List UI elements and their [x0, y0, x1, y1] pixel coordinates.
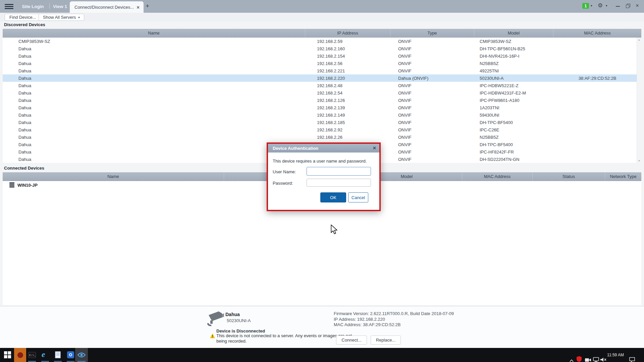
cell-type: ONVIF: [390, 105, 474, 110]
show-all-servers-button[interactable]: Show All Servers ▾: [39, 14, 84, 21]
password-field[interactable]: [307, 179, 371, 187]
cell-model: DH-TPC-BF5400: [474, 120, 553, 125]
tab-view-1[interactable]: View 1: [50, 0, 70, 13]
cell-type: ONVIF: [390, 61, 474, 66]
dialog-close-icon[interactable]: ×: [373, 145, 376, 151]
device-row[interactable]: Dahua192.168.2.221ONVIF49225TNI: [3, 67, 641, 74]
cell-type: ONVIF: [390, 98, 474, 103]
cell-name: Dahua: [3, 127, 305, 132]
device-row[interactable]: Dahua192.168.2.185ONVIFDH-TPC-BF5400: [3, 119, 641, 126]
column-header-name[interactable]: Name: [3, 172, 224, 181]
tray-chevron-up-icon[interactable]: [570, 354, 574, 362]
cell-model: DH-TPC-BF5400: [474, 142, 553, 147]
taskbar-app-recorder[interactable]: [14, 348, 26, 362]
device-row[interactable]: Dahua192.168.2.56ONVIFN25BB5Z: [3, 60, 641, 67]
cell-name: Dahua: [3, 113, 305, 118]
new-tab-icon[interactable]: +: [146, 2, 149, 10]
status-message: This device is not connected to a server…: [216, 333, 355, 344]
cell-ip: 192.168.2.126: [305, 98, 390, 103]
app-window: Site Login View 1 Connect/Disconnect Dev…: [0, 0, 644, 362]
cell-ip: 192.168.2.48: [305, 83, 390, 88]
action-center-icon[interactable]: [629, 353, 635, 362]
ok-button[interactable]: OK: [320, 192, 346, 202]
cell-type: ONVIF: [390, 46, 474, 51]
vms-app-active[interactable]: [75, 348, 88, 362]
cancel-button[interactable]: Cancel: [348, 192, 368, 202]
command-prompt-icon[interactable]: C:\_: [28, 352, 36, 358]
cell-model: IPC-PFW8601-A180: [474, 98, 553, 103]
blue-app-icon[interactable]: [67, 351, 74, 358]
device-row[interactable]: Dahua192.168.2.126ONVIFIPC-PFW8601-A180: [3, 97, 641, 104]
cell-type: ONVIF: [390, 149, 474, 155]
cell-name: Dahua: [3, 68, 305, 73]
status-title: Device is Disconnected: [216, 328, 265, 334]
device-row[interactable]: Dahua192.168.2.54ONVIFIPC-HDBW4231F-E2-M: [3, 89, 641, 97]
cell-type: ONVIF: [390, 135, 474, 140]
taskbar-clock[interactable]: 11:59 AM: [606, 353, 625, 357]
toolbar: Find Device... Show All Servers ▾: [0, 13, 644, 21]
column-header-status[interactable]: Status: [533, 172, 605, 181]
column-header-type[interactable]: Type: [390, 29, 474, 37]
tray-camera-icon[interactable]: [585, 353, 591, 362]
cell-model: DHI-NVR4216-16P-I: [474, 54, 553, 59]
cell-type: ONVIF: [390, 113, 474, 118]
cell-type: ONVIF: [390, 39, 474, 44]
network-display-icon[interactable]: [593, 353, 599, 362]
column-header-ip[interactable]: IP Address: [305, 29, 390, 37]
device-brand: Dahua: [225, 312, 240, 317]
device-row[interactable]: Dahua192.168.2.220Dahua (ONVIF)50230UNI-…: [3, 74, 641, 82]
column-header-model[interactable]: Model: [474, 29, 553, 37]
username-field[interactable]: [307, 167, 371, 176]
device-row[interactable]: Dahua192.168.2.26ONVIFN25BB5Z: [3, 133, 641, 141]
cell-mac: 38:AF:29:CD:52:2B: [553, 76, 641, 81]
window-close-icon[interactable]: ×: [636, 2, 639, 9]
cell-model: 59430UNI: [474, 113, 553, 118]
cell-ip: 192.168.2.56: [305, 61, 390, 66]
column-header-mac[interactable]: MAC Address: [462, 172, 533, 181]
eye-icon: [77, 352, 86, 358]
start-button-icon[interactable]: [4, 351, 11, 358]
cell-ip: 192.168.2.149: [305, 113, 390, 118]
tab-connect-disconnect-devices[interactable]: Connect/Disconnect Devices... ×: [70, 1, 144, 13]
device-row[interactable]: Dahua192.168.2.154ONVIFDHI-NVR4216-16P-I: [3, 52, 641, 60]
instance-dropdown-icon[interactable]: ▾: [591, 4, 592, 7]
connect-button[interactable]: Connect...: [336, 336, 367, 345]
minimize-icon[interactable]: [616, 6, 620, 7]
tab-close-icon[interactable]: ×: [137, 5, 140, 10]
device-row[interactable]: Dahua192.168.2.160ONVIFDH-TPC-BF5601N-B2…: [3, 45, 641, 52]
cell-name: Dahua: [3, 90, 305, 96]
cell-name: Dahua: [3, 135, 305, 140]
running-indicator: [67, 361, 74, 362]
dialog-message: This device requires a user name and pas…: [273, 159, 367, 164]
scroll-down-icon[interactable]: ▼: [638, 159, 640, 163]
column-header-network-type[interactable]: Network Type: [605, 172, 641, 181]
cell-name: Dahua: [3, 54, 305, 59]
cell-type: ONVIF: [390, 68, 474, 73]
internet-explorer-icon[interactable]: e: [42, 350, 45, 359]
hamburger-menu-icon[interactable]: [5, 4, 13, 9]
replace-button[interactable]: Replace...: [371, 336, 401, 345]
restore-icon[interactable]: [626, 4, 630, 8]
scroll-up-icon[interactable]: ▲: [638, 38, 640, 42]
cell-name: Dahua: [3, 120, 305, 125]
device-row[interactable]: Dahua192.168.2.48ONVIFIPC-HDBW5221E-Z: [3, 82, 641, 89]
instance-badge[interactable]: 1: [582, 3, 589, 9]
antivirus-shield-icon[interactable]: [577, 352, 582, 362]
chevron-down-icon: ▾: [78, 16, 80, 19]
column-header-name[interactable]: Name: [3, 29, 305, 37]
device-row[interactable]: Dahua192.168.2.92ONVIFIPC-C26E: [3, 126, 641, 133]
gear-icon[interactable]: ⚙: [598, 3, 603, 8]
cell-ip: 192.168.2.26: [305, 135, 390, 140]
device-info: Firmware Version: 2.622.11RT000.0.R, Bui…: [334, 311, 454, 328]
dialog-title-bar[interactable]: Device Authentication ×: [268, 144, 379, 153]
device-row[interactable]: CMIP3853W-SZ192.168.2.59ONVIFCMIP3853W-S…: [3, 38, 641, 45]
notepad-icon[interactable]: [55, 351, 61, 358]
cell-ip: 192.168.2.185: [305, 120, 390, 125]
device-row[interactable]: Dahua192.168.2.149ONVIF59430UNI: [3, 111, 641, 119]
gear-dropdown-icon[interactable]: ▾: [606, 4, 607, 7]
table-scrollbar[interactable]: ▲ ▼: [637, 38, 641, 163]
find-device-button[interactable]: Find Device...: [5, 14, 41, 21]
tab-site-login[interactable]: Site Login: [17, 0, 49, 13]
device-row[interactable]: Dahua192.168.2.139ONVIF1A203TNI: [3, 104, 641, 111]
column-header-mac[interactable]: MAC Address: [553, 29, 641, 37]
